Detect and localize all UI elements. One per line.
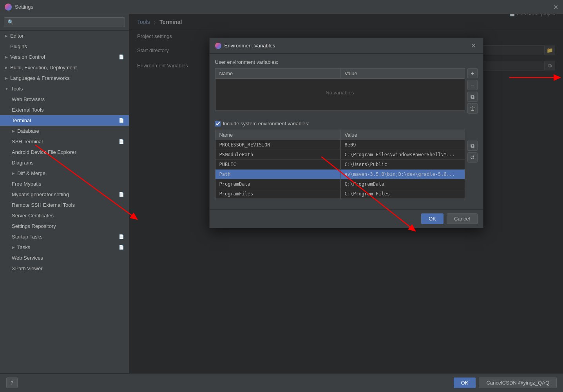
sys-row-name: ProgramFiles — [215, 189, 341, 199]
sidebar-item-external-tools[interactable]: External Tools — [0, 105, 129, 115]
sidebar-item-ssh-terminal[interactable]: SSH Terminal 📄 — [0, 136, 129, 147]
user-vars-empty: No variables — [215, 79, 465, 107]
sidebar-item-editor[interactable]: ▶ Editor — [0, 31, 129, 41]
user-env-label: User environment variables: — [215, 59, 478, 65]
sys-row-value: C:\Program Files\WindowsPowerShell\M... — [341, 150, 465, 159]
sys-row-value: C:\Users\Public — [341, 160, 465, 169]
sys-row-value: C:\Program Files — [341, 189, 465, 199]
ssh-page-icon: 📄 — [119, 139, 124, 144]
sys-row-name: PROCESSOR_REVISION — [215, 140, 341, 150]
refresh-sys-var-button[interactable]: ↺ — [467, 152, 478, 163]
dialog-body: User environment variables: Name Value N… — [210, 54, 483, 209]
sidebar-item-tasks[interactable]: ▶ Tasks 📄 — [0, 242, 129, 253]
include-system-checkbox-label[interactable]: Include system environment variables: — [215, 121, 478, 126]
close-button[interactable]: ✕ — [553, 3, 558, 11]
include-system-checkbox[interactable] — [215, 121, 221, 126]
user-env-table-wrap: Name Value No variables — [215, 68, 465, 115]
db-arrow-icon: ▶ — [12, 129, 15, 133]
sys-table-row[interactable]: Pathev\maven-3.5.0\bin;D:\dev\gradle-5.6… — [215, 170, 465, 179]
sidebar-item-database[interactable]: ▶ Database — [0, 126, 129, 136]
sys-row-name: PSModulePath — [215, 150, 341, 159]
sys-table-row[interactable]: ProgramDataC:\ProgramData — [215, 179, 465, 189]
terminal-page-icon: 📄 — [119, 118, 124, 123]
sys-table-header: Name Value — [215, 130, 465, 140]
user-table-body: No variables — [215, 79, 465, 110]
dialog-cancel-button[interactable]: Cancel — [447, 213, 477, 224]
sidebar-item-build[interactable]: ▶ Build, Execution, Deployment — [0, 62, 129, 73]
sidebar-item-web-services[interactable]: Web Services — [0, 253, 129, 263]
search-input[interactable] — [4, 17, 125, 27]
remove-user-var-button[interactable]: − — [467, 80, 478, 90]
ok-button[interactable]: OK — [454, 378, 476, 388]
tasks-page-icon: 📄 — [119, 245, 124, 250]
sidebar-item-diff-merge[interactable]: ▶ Diff & Merge — [0, 168, 129, 179]
sidebar-label-diagrams: Diagrams — [12, 160, 34, 166]
sidebar-item-startup-tasks[interactable]: Startup Tasks 📄 — [0, 231, 129, 242]
sidebar-label-vc: Version Control — [10, 54, 45, 60]
delete-user-var-button[interactable]: 🗑 — [467, 103, 478, 114]
build-arrow-icon: ▶ — [5, 65, 8, 70]
cancel-button[interactable]: Cancel​CSDN @yingz_QAQ — [479, 378, 557, 388]
tools-arrow-icon: ▼ — [5, 87, 9, 91]
sidebar-item-settings-repo[interactable]: Settings Repository — [0, 221, 129, 231]
sys-row-name: ProgramData — [215, 179, 341, 189]
title-bar: Settings ✕ — [0, 0, 563, 14]
dialog-ok-button[interactable]: OK — [421, 213, 444, 224]
arrow-icon: ▶ — [5, 34, 8, 38]
dialog-title: Environment Variables — [224, 43, 469, 49]
sidebar-label-startup-tasks: Startup Tasks — [12, 234, 43, 240]
sidebar-item-terminal[interactable]: Terminal 📄 — [0, 115, 129, 126]
sidebar-label-android: Android Device File Explorer — [12, 149, 76, 155]
sys-table-row[interactable]: PUBLICC:\Users\Public — [215, 160, 465, 170]
sys-env-section: Name Value PROCESSOR_REVISION8e09PSModul… — [215, 130, 478, 204]
mybatis-page-icon: 📄 — [119, 192, 124, 197]
sidebar-item-tools[interactable]: ▼ Tools — [0, 83, 129, 94]
lang-arrow-icon: ▶ — [5, 76, 8, 80]
content-area: Tools › Terminal 📄For current project Pr… — [129, 14, 563, 373]
copy-sys-var-button[interactable]: ⧉ — [467, 141, 478, 151]
sidebar-label-ssh: SSH Terminal — [12, 139, 43, 145]
sidebar-item-web-browsers[interactable]: Web Browsers — [0, 94, 129, 105]
sys-row-value: 8e09 — [341, 140, 465, 150]
sidebar-item-diagrams[interactable]: Diagrams — [0, 157, 129, 168]
dialog-close-button[interactable]: ✕ — [469, 42, 478, 49]
modal-backdrop: Environment Variables ✕ User environment… — [129, 14, 563, 373]
sidebar-label-tools: Tools — [11, 86, 23, 92]
window-title: Settings — [15, 4, 33, 10]
sidebar-label-languages: Languages & Frameworks — [10, 75, 70, 81]
sidebar-label-diff: Diff & Merge — [17, 170, 45, 176]
sys-table-row[interactable]: ProgramFilesC:\Program Files — [215, 189, 465, 199]
sidebar-label-mybatis-gen: Mybatis generator setting — [12, 191, 69, 197]
sys-table-row[interactable]: PROCESSOR_REVISION8e09 — [215, 140, 465, 150]
sys-row-name: Path — [215, 170, 341, 179]
sidebar-item-free-mybatis[interactable]: Free Mybatis — [0, 179, 129, 189]
sidebar-label-database: Database — [17, 128, 39, 134]
sidebar-label-plugins: Plugins — [10, 43, 27, 49]
sidebar-label-external-tools: External Tools — [12, 107, 43, 113]
sys-row-value: C:\ProgramData — [341, 179, 465, 189]
sidebar-item-xpath[interactable]: XPath Viewer — [0, 263, 129, 274]
app-icon — [5, 4, 12, 11]
sidebar-item-mybatis-gen[interactable]: Mybatis generator setting 📄 — [0, 189, 129, 200]
sidebar-label-build: Build, Execution, Deployment — [10, 65, 77, 70]
user-env-table: Name Value No variables — [215, 68, 465, 110]
sidebar-item-languages[interactable]: ▶ Languages & Frameworks — [0, 73, 129, 83]
dialog-app-icon — [215, 43, 221, 49]
sys-table-row[interactable]: PSModulePathC:\Program Files\WindowsPowe… — [215, 150, 465, 160]
copy-user-var-button[interactable]: ⧉ — [467, 92, 478, 102]
user-env-section: Name Value No variables + − ⧉ — [215, 68, 478, 115]
vc-page-icon: 📄 — [119, 54, 124, 60]
sidebar-label-web-services: Web Services — [12, 255, 43, 261]
help-button[interactable]: ? — [6, 378, 18, 388]
sidebar-item-server-certs[interactable]: Server Certificates — [0, 210, 129, 221]
user-col-value-header: Value — [341, 69, 465, 78]
sidebar-item-remote-ssh[interactable]: Remote SSH External Tools — [0, 200, 129, 210]
sys-col-name-header: Name — [215, 130, 341, 140]
sidebar-label-editor: Editor — [10, 33, 24, 39]
sidebar-item-android[interactable]: Android Device File Explorer — [0, 147, 129, 157]
sidebar-item-version-control[interactable]: ▶ Version Control 📄 — [0, 52, 129, 62]
add-user-var-button[interactable]: + — [467, 68, 478, 78]
diff-arrow-icon: ▶ — [12, 171, 15, 175]
sidebar-item-plugins[interactable]: ▶ Plugins — [0, 41, 129, 52]
include-system-label: Include system environment variables: — [223, 121, 310, 126]
